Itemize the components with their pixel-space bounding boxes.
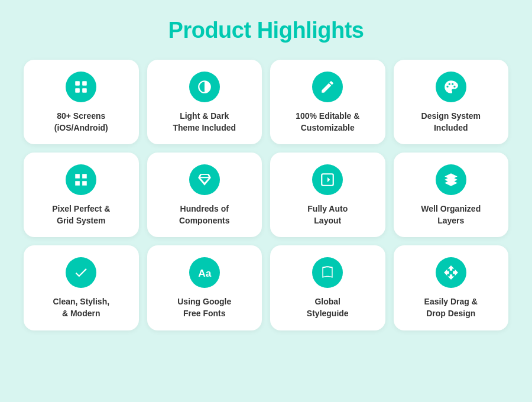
- half-circle-icon: [189, 72, 220, 102]
- grid-icon: [66, 164, 96, 195]
- diamond-icon: [189, 164, 220, 195]
- card-screens: 80+ Screens(iOS/Android): [24, 60, 139, 144]
- card-styleguide: GlobalStyleguide: [270, 245, 385, 330]
- move-icon: [436, 257, 466, 288]
- card-auto-layout: Fully AutoLayout: [270, 153, 385, 237]
- book-icon: [312, 257, 343, 288]
- card-label-components: Hundreds ofComponents: [179, 203, 230, 226]
- card-label-pixel-perfect: Pixel Perfect &Grid System: [52, 203, 110, 226]
- card-drag-drop: Easily Drag &Drop Design: [394, 245, 509, 330]
- card-label-clean-stylish: Clean, Stylish,& Modern: [53, 296, 109, 319]
- svg-rect-1: [82, 81, 87, 86]
- card-google-fonts: AaUsing GoogleFree Fonts: [147, 245, 262, 330]
- card-label-light-dark: Light & DarkTheme Included: [173, 111, 236, 134]
- card-organized-layers: Well OrganizedLayers: [394, 153, 509, 237]
- card-clean-stylish: Clean, Stylish,& Modern: [24, 245, 139, 330]
- card-pixel-perfect: Pixel Perfect &Grid System: [24, 153, 139, 237]
- card-design-system: Design SystemIncluded: [394, 60, 509, 144]
- card-components: Hundreds ofComponents: [147, 153, 262, 237]
- card-label-auto-layout: Fully AutoLayout: [307, 203, 348, 226]
- card-label-organized-layers: Well OrganizedLayers: [421, 203, 481, 226]
- card-editable: 100% Editable &Customizable: [270, 60, 385, 144]
- svg-text:Aa: Aa: [198, 267, 212, 279]
- layers-icon: [436, 164, 466, 195]
- text-aa-icon: Aa: [189, 257, 220, 288]
- card-label-screens: 80+ Screens(iOS/Android): [54, 111, 108, 134]
- pencil-icon: [312, 72, 343, 102]
- svg-rect-0: [76, 81, 80, 86]
- features-grid: 80+ Screens(iOS/Android)Light & DarkThem…: [24, 60, 508, 330]
- card-label-editable: 100% Editable &Customizable: [296, 111, 359, 134]
- box-arrows-icon: [312, 164, 343, 195]
- card-label-google-fonts: Using GoogleFree Fonts: [177, 296, 231, 319]
- card-label-design-system: Design SystemIncluded: [421, 111, 481, 134]
- checkmark-icon: [66, 257, 96, 288]
- card-label-drag-drop: Easily Drag &Drop Design: [424, 296, 478, 319]
- page-title: Product Highlights: [168, 18, 364, 43]
- card-light-dark: Light & DarkTheme Included: [147, 60, 262, 144]
- palette-icon: [436, 72, 466, 102]
- card-label-styleguide: GlobalStyleguide: [307, 296, 349, 319]
- svg-rect-3: [82, 88, 87, 93]
- screens-icon: [66, 72, 96, 102]
- svg-rect-2: [76, 88, 80, 93]
